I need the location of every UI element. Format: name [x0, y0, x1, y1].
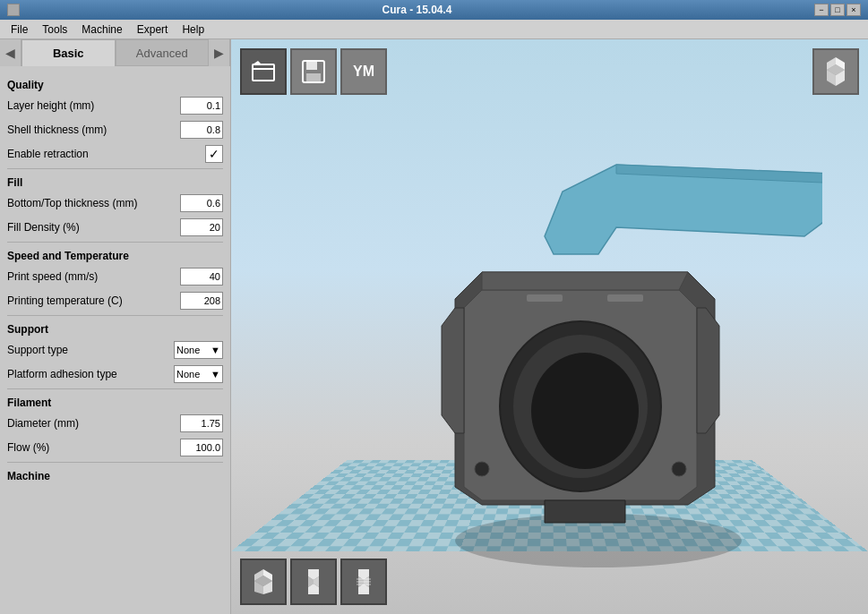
- machine-section-header: Machine: [7, 470, 223, 482]
- divider-1: [7, 168, 223, 169]
- platform-adhesion-value: None: [176, 369, 200, 379]
- platform-adhesion-arrow: ▼: [211, 369, 220, 379]
- svg-rect-10: [306, 61, 317, 70]
- shell-thickness-input[interactable]: [180, 121, 223, 139]
- tab-advanced[interactable]: Advanced: [116, 39, 210, 66]
- divider-2: [7, 242, 223, 243]
- toolbar-load-button[interactable]: [240, 48, 287, 95]
- bottom-top-thickness-row: Bottom/Top thickness (mm): [7, 192, 223, 214]
- menu-file[interactable]: File: [4, 21, 35, 38]
- printing-temp-input[interactable]: [180, 292, 223, 310]
- sidebar-content: Quality Layer height (mm) Shell thicknes…: [0, 66, 230, 614]
- minimize-button[interactable]: −: [814, 4, 829, 16]
- svg-rect-11: [306, 73, 321, 82]
- fill-density-row: Fill Density (%): [7, 217, 223, 238]
- viewport-toolbar-top-right: [812, 48, 859, 95]
- support-type-arrow: ▼: [211, 345, 220, 355]
- restore-button[interactable]: □: [830, 4, 845, 16]
- divider-5: [7, 462, 223, 463]
- layer-height-row: Layer height (mm): [7, 95, 223, 116]
- support-type-row: Support type None ▼: [7, 339, 223, 361]
- print-speed-row: Print speed (mm/s): [7, 266, 223, 287]
- divider-3: [7, 315, 223, 316]
- shell-thickness-label: Shell thickness (mm): [7, 124, 180, 136]
- support-type-value: None: [176, 345, 200, 355]
- toolbar-bottom-btn2[interactable]: [290, 559, 337, 605]
- support-section-header: Support: [7, 323, 223, 336]
- toolbar-view-button[interactable]: [812, 48, 859, 95]
- shell-thickness-row: Shell thickness (mm): [7, 119, 223, 141]
- diameter-input[interactable]: [180, 414, 223, 432]
- menu-bar: File Tools Machine Expert Help: [0, 20, 868, 39]
- svg-rect-5: [607, 294, 643, 302]
- tab-bar: ◀ Basic Advanced ▶: [0, 39, 230, 66]
- flow-input[interactable]: [180, 439, 223, 456]
- support-type-label: Support type: [7, 344, 174, 356]
- printing-temp-label: Printing temperature (C): [7, 294, 180, 307]
- sidebar: ◀ Basic Advanced ▶ Quality Layer height …: [0, 39, 231, 614]
- fill-density-input[interactable]: [180, 218, 223, 236]
- menu-expert[interactable]: Expert: [130, 21, 176, 38]
- printing-temp-row: Printing temperature (C): [7, 290, 223, 311]
- speed-section-header: Speed and Temperature: [7, 250, 223, 262]
- flow-row: Flow (%): [7, 437, 223, 458]
- main-layout: ◀ Basic Advanced ▶ Quality Layer height …: [0, 39, 868, 614]
- tab-left-arrow[interactable]: ◀: [0, 39, 21, 66]
- svg-rect-8: [253, 64, 274, 81]
- toolbar-ym-button[interactable]: YM: [340, 48, 387, 95]
- diameter-row: Diameter (mm): [7, 413, 223, 434]
- filament-section-header: Filament: [7, 397, 223, 409]
- fill-section-header: Fill: [7, 176, 223, 189]
- quality-section-header: Quality: [7, 79, 223, 91]
- enable-retraction-label: Enable retraction: [7, 148, 205, 160]
- toolbar-bottom-btn3[interactable]: [340, 559, 387, 605]
- layer-height-label: Layer height (mm): [7, 99, 180, 112]
- print-speed-label: Print speed (mm/s): [7, 270, 180, 283]
- platform-adhesion-row: Platform adhesion type None ▼: [7, 363, 223, 385]
- flow-label: Flow (%): [7, 441, 180, 454]
- print-speed-input[interactable]: [180, 268, 223, 286]
- viewport[interactable]: YM: [231, 39, 868, 614]
- window-title: Cura - 15.04.4: [20, 4, 814, 16]
- svg-rect-4: [527, 294, 563, 302]
- platform-adhesion-dropdown[interactable]: None ▼: [174, 365, 223, 383]
- bottom-top-thickness-input[interactable]: [180, 194, 223, 212]
- viewport-toolbar-bottom: [240, 559, 387, 605]
- toolbar-save-button[interactable]: [290, 48, 337, 95]
- tab-basic[interactable]: Basic: [21, 39, 116, 66]
- fill-density-label: Fill Density (%): [7, 221, 180, 234]
- toolbar-bottom-btn1[interactable]: [240, 559, 287, 605]
- diameter-label: Diameter (mm): [7, 417, 180, 430]
- platform-adhesion-label: Platform adhesion type: [7, 368, 174, 380]
- title-bar: Cura - 15.04.4 − □ ×: [0, 0, 868, 20]
- 3d-object: [303, 93, 822, 576]
- enable-retraction-row: Enable retraction ✓: [7, 143, 223, 165]
- svg-point-6: [672, 462, 686, 476]
- enable-retraction-checkbox[interactable]: ✓: [205, 145, 223, 163]
- divider-4: [7, 388, 223, 389]
- close-button[interactable]: ×: [847, 4, 861, 16]
- tab-right-arrow[interactable]: ▶: [209, 39, 230, 66]
- app-icon: [7, 4, 20, 16]
- svg-point-7: [475, 462, 489, 476]
- layer-height-input[interactable]: [180, 97, 223, 115]
- menu-help[interactable]: Help: [175, 21, 211, 38]
- menu-tools[interactable]: Tools: [35, 21, 74, 38]
- support-type-dropdown[interactable]: None ▼: [174, 341, 223, 359]
- svg-point-3: [531, 353, 639, 469]
- bottom-top-thickness-label: Bottom/Top thickness (mm): [7, 197, 180, 209]
- viewport-toolbar-top: YM: [240, 48, 387, 95]
- menu-machine[interactable]: Machine: [74, 21, 129, 38]
